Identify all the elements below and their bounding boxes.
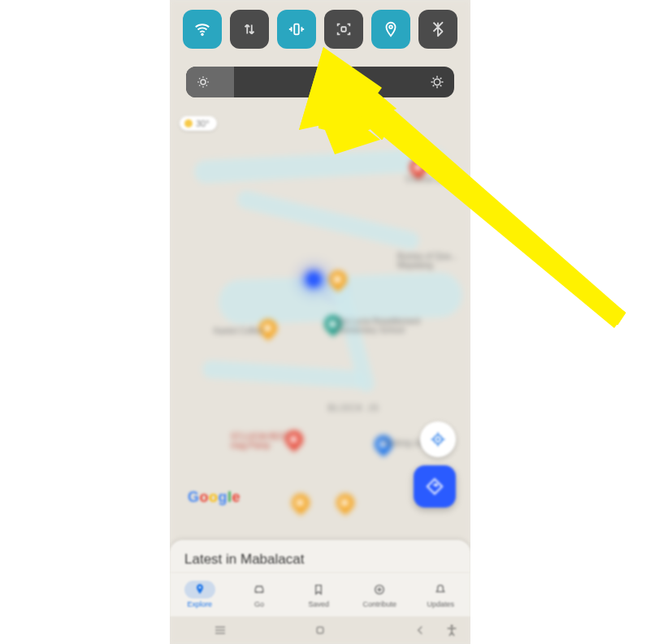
bluetooth-icon xyxy=(429,20,447,38)
crosshair-icon xyxy=(430,431,446,447)
back-icon[interactable] xyxy=(413,623,427,638)
directions-button[interactable] xyxy=(414,465,456,508)
home-icon[interactable] xyxy=(313,623,327,638)
svg-point-13 xyxy=(434,79,440,85)
weather-temp: 30° xyxy=(196,119,210,128)
bottom-sheet[interactable]: Latest in Mabalacat xyxy=(170,540,470,573)
map-label: Cheese wat Gra xyxy=(405,175,464,184)
map-label: Kantot Coffee xyxy=(214,326,263,335)
bottom-nav: Explore Go Saved Contribute Updates xyxy=(170,573,470,616)
weather-chip[interactable]: 30° xyxy=(180,116,217,131)
nav-saved[interactable]: Saved xyxy=(303,581,334,608)
car-icon xyxy=(253,583,266,596)
qs-bluetooth[interactable] xyxy=(418,10,457,49)
map-pin[interactable] xyxy=(332,490,358,515)
quick-settings-panel xyxy=(170,0,470,112)
svg-point-3 xyxy=(256,591,258,593)
location-icon xyxy=(382,20,400,38)
accessibility-icon[interactable] xyxy=(444,623,459,638)
map-pin[interactable] xyxy=(288,490,313,515)
svg-point-7 xyxy=(451,625,453,627)
wifi-icon xyxy=(193,20,211,38)
nav-updates[interactable]: Updates xyxy=(425,581,456,608)
nav-go[interactable]: Go xyxy=(244,581,275,608)
map-label: Bureau of Qua... Mapalang xyxy=(397,252,470,270)
google-logo: Google xyxy=(188,489,240,506)
nav-contribute[interactable]: Contribute xyxy=(362,581,396,608)
nav-explore[interactable]: Explore xyxy=(184,581,215,608)
nav-label: Contribute xyxy=(362,600,396,608)
svg-point-1 xyxy=(436,438,439,440)
svg-rect-10 xyxy=(341,27,346,32)
panel-handle[interactable] xyxy=(306,119,334,122)
svg-rect-9 xyxy=(294,24,299,35)
map-label: ST.LUCIA REST mag Pamp xyxy=(231,432,304,450)
qs-screenshot[interactable] xyxy=(324,10,363,49)
current-location-dot xyxy=(306,272,321,287)
qs-vibrate[interactable] xyxy=(277,10,316,49)
pin-icon xyxy=(193,583,206,596)
screenshot-icon xyxy=(335,20,353,38)
svg-rect-6 xyxy=(317,627,323,633)
brightness-low-icon xyxy=(196,75,210,89)
map-block-label: BLOCK J5 xyxy=(328,404,379,413)
nav-label: Explore xyxy=(187,600,212,608)
sun-icon xyxy=(184,119,193,128)
plus-circle-icon xyxy=(373,583,386,596)
svg-point-4 xyxy=(261,591,262,593)
recents-icon[interactable] xyxy=(213,623,228,638)
brightness-high-icon xyxy=(430,75,444,89)
brightness-slider[interactable] xyxy=(186,67,454,97)
map-label: Sta Lucia Resettlement Elementary School xyxy=(336,317,434,335)
recenter-button[interactable] xyxy=(420,421,456,457)
svg-point-11 xyxy=(389,25,392,28)
svg-point-8 xyxy=(202,33,204,36)
vibrate-icon xyxy=(288,20,306,38)
system-nav xyxy=(170,616,470,644)
svg-point-12 xyxy=(201,80,206,84)
bell-icon xyxy=(434,583,447,596)
qs-wifi[interactable] xyxy=(183,10,222,49)
nav-label: Saved xyxy=(308,600,329,608)
directions-icon xyxy=(426,478,444,495)
qs-location[interactable] xyxy=(371,10,410,49)
phone-frame: Kantot Coffee Sta Lucia Resettlement Ele… xyxy=(170,0,470,644)
nav-label: Go xyxy=(254,600,264,608)
sheet-title: Latest in Mabalacat xyxy=(184,551,456,568)
bookmark-icon xyxy=(312,583,325,596)
nav-label: Updates xyxy=(427,600,455,608)
svg-point-2 xyxy=(198,586,201,589)
data-arrows-icon xyxy=(240,20,258,38)
qs-mobile-data[interactable] xyxy=(230,10,269,49)
